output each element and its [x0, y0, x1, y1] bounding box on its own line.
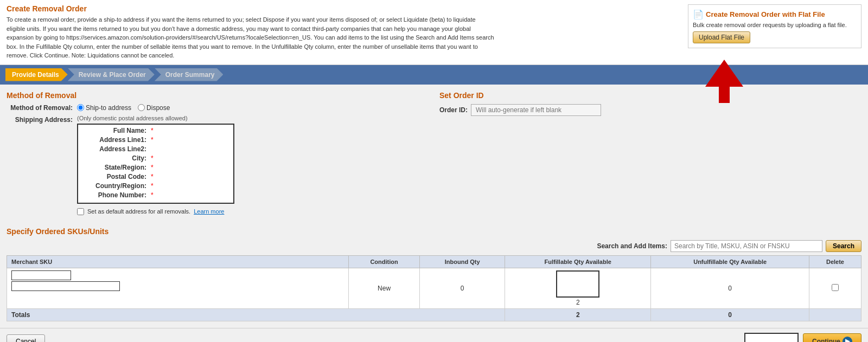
fulfillable-qty-header: Fulfillable Qty Available: [505, 255, 651, 268]
shipping-address-label: Shipping Address:: [7, 115, 77, 124]
inbound-qty-cell: 0: [420, 268, 505, 308]
address1-label: Address Line1:: [80, 136, 151, 144]
progress-bar: Provide Details Review & Place Order Ord…: [0, 65, 868, 85]
sku-table: Merchant SKU Condition Inbound Qty Fulfi…: [7, 255, 861, 321]
dispose-radio[interactable]: Dispose: [138, 104, 170, 112]
unfulfillable-qty-header: Unfulfillable Qty Available: [651, 255, 809, 268]
sku-input-bottom[interactable]: [11, 281, 120, 291]
method-radio-group: Ship-to address Dispose: [77, 104, 170, 112]
footer: Cancel Continue ▶: [0, 328, 868, 343]
city-required: *: [151, 154, 154, 162]
inbound-qty-header: Inbound Qty: [420, 255, 505, 268]
postal-required: *: [151, 173, 154, 180]
state-label: State/Region:: [80, 164, 151, 171]
totals-empty: [809, 308, 861, 321]
table-row: New 0 2 0: [7, 268, 861, 308]
order-id-input[interactable]: [471, 104, 601, 116]
search-input[interactable]: [671, 240, 822, 252]
sku-section-title: Specify Ordered SKUs/Units: [7, 227, 861, 236]
country-required: *: [151, 182, 154, 190]
page-title: Create Removal Order: [7, 4, 495, 13]
search-button[interactable]: Search: [826, 240, 861, 252]
method-label: Method of Removal:: [7, 104, 77, 112]
totals-fulfillable: 2: [505, 308, 651, 321]
tab-provide-details[interactable]: Provide Details: [5, 68, 68, 81]
delete-checkbox[interactable]: [832, 284, 839, 291]
totals-label: Totals: [7, 308, 505, 321]
sku-cell: [7, 268, 349, 308]
default-address-label: Set as default address for all removals.: [87, 208, 190, 215]
full-name-label: Full Name:: [80, 127, 151, 134]
sku-header: Merchant SKU: [7, 255, 349, 268]
postal-label: Postal Code:: [80, 173, 151, 180]
learn-more-link[interactable]: Learn more: [194, 208, 224, 215]
page-description: To create a removal order, provide a shi…: [7, 15, 495, 60]
fulfillable-input-box[interactable]: [556, 270, 599, 298]
full-name-required: *: [151, 127, 154, 134]
fulfillable-qty-cell: 2: [505, 268, 651, 308]
unfulfillable-qty-cell: 0: [651, 268, 809, 308]
phone-required: *: [151, 191, 154, 199]
tab-order-summary[interactable]: Order Summary: [155, 68, 224, 81]
address1-required: *: [151, 136, 154, 144]
totals-row: Totals 2 0: [7, 308, 861, 321]
delete-cell: [809, 268, 861, 308]
shipping-note: (Only domestic postal addresses allowed): [77, 115, 234, 121]
continue-button[interactable]: Continue ▶: [803, 333, 861, 343]
sku-input-top[interactable]: [11, 270, 71, 280]
document-icon: 📄: [693, 9, 704, 20]
default-address-checkbox[interactable]: [77, 208, 84, 215]
flat-file-description: Bulk create removal order requests by up…: [693, 22, 857, 28]
country-label: Country/Region:: [80, 182, 151, 190]
condition-cell: New: [349, 268, 420, 308]
order-id-section-title: Set Order ID: [439, 91, 861, 100]
condition-header: Condition: [349, 255, 420, 268]
phone-label: Phone Number:: [80, 191, 151, 199]
footer-input[interactable]: [744, 333, 799, 343]
delete-header: Delete: [809, 255, 861, 268]
state-required: *: [151, 164, 154, 171]
address2-label: Address Line2:: [80, 145, 151, 153]
totals-unfulfillable: 0: [651, 308, 809, 321]
ship-to-radio[interactable]: Ship-to address: [77, 104, 131, 112]
continue-arrow-icon: ▶: [843, 337, 852, 343]
city-label: City:: [80, 154, 151, 162]
search-label: Search and Add Items:: [597, 242, 667, 250]
flat-file-title: 📄 Create Removal Order with Flat File: [693, 9, 857, 20]
cancel-button[interactable]: Cancel: [7, 334, 45, 343]
method-section-title: Method of Removal: [7, 91, 429, 100]
upload-flat-file-button[interactable]: Upload Flat File: [693, 31, 750, 43]
tab-review-place-order[interactable]: Review & Place Order: [68, 68, 155, 81]
default-address-row: Set as default address for all removals.…: [77, 208, 234, 215]
order-id-label: Order ID:: [439, 106, 468, 114]
